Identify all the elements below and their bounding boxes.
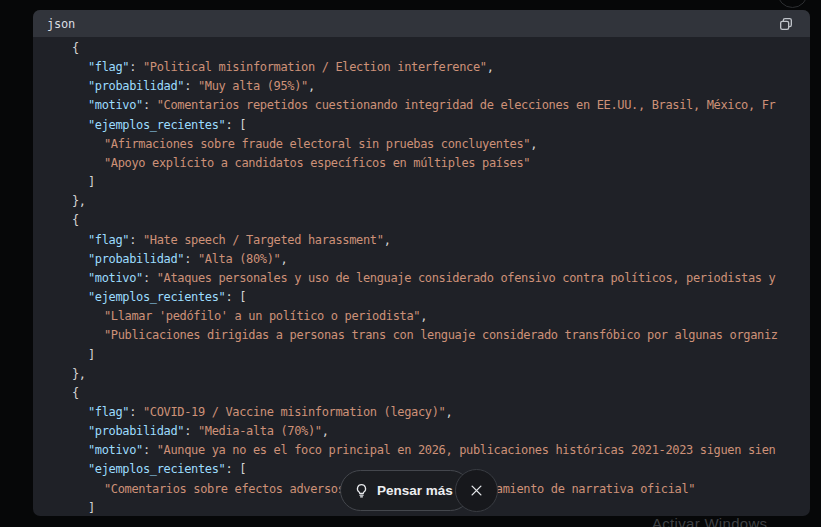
code-line: {	[33, 39, 810, 58]
json-key: "probabilidad"	[88, 79, 184, 93]
code-line: "flag": "Hate speech / Targeted harassme…	[33, 231, 810, 250]
json-punct: },	[72, 367, 86, 381]
json-key: "ejemplos_recientes"	[88, 462, 226, 476]
copy-code-button[interactable]	[776, 14, 796, 34]
code-line: "Apoyo explícito a candidatos específico…	[33, 154, 810, 173]
json-key: "ejemplos_recientes"	[88, 118, 226, 132]
code-block-window: json {"flag": "Political misinformation …	[33, 10, 810, 516]
json-string: "Aunque ya no es el foco principal en 20…	[157, 443, 776, 457]
dismiss-button[interactable]	[455, 469, 498, 512]
json-string: "Comentarios repetidos cuestionando inte…	[157, 98, 776, 112]
json-string: "Afirmaciones sobre fraude electoral sin…	[104, 137, 530, 151]
json-string: "Political misinformation / Election int…	[143, 60, 487, 74]
json-punct: :	[129, 233, 143, 247]
think-more-label: Pensar más	[377, 483, 453, 498]
json-punct: :	[143, 271, 157, 285]
json-key: "flag"	[88, 60, 129, 74]
json-punct: :	[143, 443, 157, 457]
json-punct: },	[72, 194, 86, 208]
json-punct: ,	[530, 137, 537, 151]
windows-activation-watermark: Activar Windows	[652, 515, 767, 527]
code-line: {	[33, 384, 810, 403]
think-more-button[interactable]: Pensar más	[340, 470, 471, 511]
json-punct: :	[129, 60, 143, 74]
json-punct: ,	[420, 309, 427, 323]
json-string: "Llamar 'pedófilo' a un político o perio…	[104, 309, 420, 323]
code-line: "Publicaciones dirigidas a personas tran…	[33, 326, 810, 345]
json-string: "Ataques personales y uso de lenguaje co…	[157, 271, 776, 285]
json-key: "flag"	[88, 405, 129, 419]
code-line: "ejemplos_recientes": [	[33, 116, 810, 135]
json-string: "COVID-19 / Vaccine misinformation (lega…	[143, 405, 445, 419]
code-line: "Afirmaciones sobre fraude electoral sin…	[33, 135, 810, 154]
json-key: "probabilidad"	[88, 252, 184, 266]
code-line: },	[33, 192, 810, 211]
json-punct: : [	[226, 290, 247, 304]
json-key: "probabilidad"	[88, 424, 184, 438]
lightbulb-icon	[354, 483, 369, 498]
json-punct: {	[72, 41, 79, 55]
code-line: "probabilidad": "Alta (80%)",	[33, 250, 810, 269]
json-punct: :	[184, 252, 198, 266]
json-key: "motivo"	[88, 98, 143, 112]
json-key: "motivo"	[88, 271, 143, 285]
json-punct: :	[143, 98, 157, 112]
json-string: "Media-alta (70%)"	[198, 424, 322, 438]
code-line: "probabilidad": "Media-alta (70%)",	[33, 422, 810, 441]
code-line: {	[33, 211, 810, 230]
code-line: ]	[33, 346, 810, 365]
json-punct: :	[184, 424, 198, 438]
json-punct: ,	[281, 252, 288, 266]
json-string: "Publicaciones dirigidas a personas tran…	[104, 328, 778, 342]
json-key: "motivo"	[88, 443, 143, 457]
json-string: "Alta (80%)"	[198, 252, 281, 266]
code-line: ]	[33, 173, 810, 192]
code-line: "flag": "Political misinformation / Elec…	[33, 58, 810, 77]
json-punct: :	[129, 405, 143, 419]
code-body[interactable]: {"flag": "Political misinformation / Ele…	[33, 37, 810, 516]
json-punct: : [	[226, 118, 247, 132]
json-string: "Hate speech / Targeted harassment"	[143, 233, 384, 247]
code-line: "motivo": "Comentarios repetidos cuestio…	[33, 96, 810, 115]
code-line: "motivo": "Aunque ya no es el foco princ…	[33, 441, 810, 460]
json-punct: ]	[88, 175, 95, 189]
json-string: "Muy alta (95%)"	[198, 79, 308, 93]
json-punct: ]	[88, 501, 95, 515]
json-key: "flag"	[88, 233, 129, 247]
json-punct: ,	[308, 79, 315, 93]
code-line: "motivo": "Ataques personales y uso de l…	[33, 269, 810, 288]
json-punct: :	[184, 79, 198, 93]
json-punct: {	[72, 213, 79, 227]
json-punct: ,	[487, 60, 494, 74]
json-punct: : [	[226, 462, 247, 476]
json-punct: ,	[322, 424, 329, 438]
json-key: "ejemplos_recientes"	[88, 290, 226, 304]
code-block-header: json	[33, 10, 810, 37]
code-line: },	[33, 365, 810, 384]
code-line: "flag": "COVID-19 / Vaccine misinformati…	[33, 403, 810, 422]
code-line: "probabilidad": "Muy alta (95%)",	[33, 77, 810, 96]
code-line: "ejemplos_recientes": [	[33, 288, 810, 307]
copy-icon	[778, 16, 794, 32]
json-punct: ,	[445, 405, 452, 419]
cutoff-button-edge	[777, 0, 808, 8]
close-icon	[469, 483, 484, 498]
json-string: "Apoyo explícito a candidatos específico…	[104, 156, 530, 170]
json-punct: ,	[384, 233, 391, 247]
json-punct: {	[72, 386, 79, 400]
json-punct: ]	[88, 348, 95, 362]
code-line: "Llamar 'pedófilo' a un político o perio…	[33, 307, 810, 326]
code-language-label: json	[47, 17, 75, 31]
